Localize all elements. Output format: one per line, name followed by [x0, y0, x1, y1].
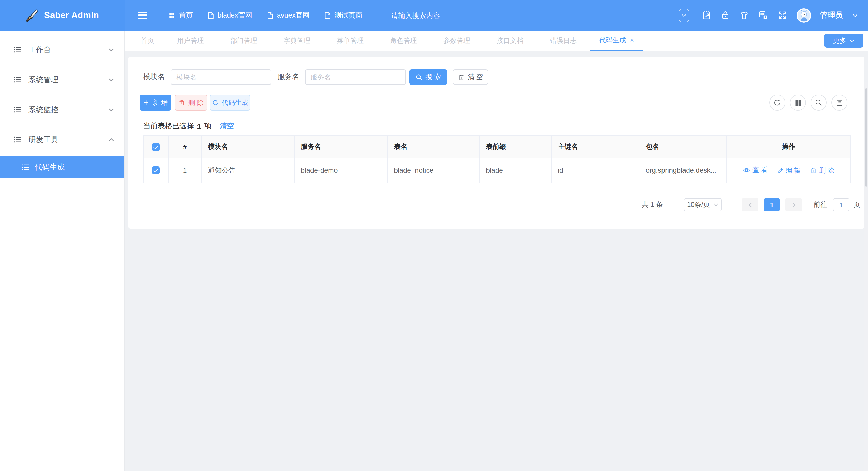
sidebar-item-dev-tools[interactable]: 研发工具	[0, 125, 124, 155]
grid-toolbar	[769, 95, 847, 111]
module-name-input[interactable]	[170, 69, 271, 85]
tab-param-management[interactable]: 参数管理	[430, 31, 484, 51]
tab-user-management[interactable]: 用户管理	[164, 31, 217, 51]
list-icon	[22, 163, 29, 171]
debug-tool-icon[interactable]	[701, 10, 711, 20]
document-list-icon	[836, 99, 843, 106]
filter-form: 模块名 服务名 搜 索 清 空	[143, 69, 851, 85]
service-name-input[interactable]	[305, 69, 406, 85]
topbar-actions: 中 A	[679, 8, 868, 23]
sidebar-item-workbench[interactable]: 工作台	[0, 35, 124, 65]
trash-icon	[458, 74, 465, 81]
row-checkbox[interactable]	[152, 167, 160, 175]
code-generate-button[interactable]: 代码生成	[210, 95, 250, 111]
grid-size-button[interactable]	[790, 95, 806, 111]
sidebar: 工作台 系统管理 系统监控	[0, 31, 125, 471]
scrollbar-thumb[interactable]	[865, 88, 867, 187]
cell-prefix: blade_	[479, 158, 551, 183]
selection-info: 当前表格已选择 1 项 清空	[143, 122, 864, 131]
module-name-label: 模块名	[143, 72, 165, 82]
delete-button[interactable]: 删 除	[175, 95, 207, 111]
list-icon	[13, 75, 22, 84]
language-translate-icon[interactable]: 中 A	[758, 10, 768, 20]
current-user[interactable]: 管理员	[820, 10, 843, 20]
cell-module: 通知公告	[202, 158, 294, 183]
cell-index: 1	[168, 158, 202, 183]
document-icon	[207, 12, 214, 19]
next-page-button[interactable]	[785, 198, 802, 212]
tab-home[interactable]: 首页	[131, 31, 164, 51]
page-number-1[interactable]: 1	[764, 198, 780, 212]
theme-tshirt-icon[interactable]	[739, 10, 749, 20]
close-icon[interactable]: ×	[630, 37, 634, 43]
sidebar-item-code-generation[interactable]: 代码生成	[0, 156, 124, 178]
search-button[interactable]: 搜 索	[409, 69, 447, 85]
fullscreen-icon[interactable]	[777, 10, 787, 20]
tab-api-docs[interactable]: 接口文档	[484, 31, 537, 51]
goto-page-input[interactable]	[833, 198, 849, 212]
tab-code-generation[interactable]: 代码生成 ×	[590, 31, 643, 51]
refresh-icon	[773, 99, 781, 106]
column-settings-button[interactable]	[831, 95, 847, 111]
scrollbar-track[interactable]	[864, 82, 868, 471]
topbar-link-home[interactable]: 首页	[168, 10, 193, 20]
prev-page-button[interactable]	[742, 198, 758, 212]
edit-link[interactable]: 编 辑	[777, 166, 801, 175]
column-header-service: 服务名	[294, 136, 388, 158]
topbar-link-bladex[interactable]: bladex官网	[207, 10, 252, 20]
column-header-module: 模块名	[202, 136, 294, 158]
cell-package: org.springblade.desk...	[639, 158, 726, 183]
tab-dept-management[interactable]: 部门管理	[217, 31, 270, 51]
chevron-down-icon	[108, 46, 115, 53]
clear-button[interactable]: 清 空	[453, 69, 488, 85]
tabbar: 首页 用户管理 部门管理 字典管理 菜单管理 角色管理 参数管理 接口文档 错误…	[125, 31, 868, 51]
cell-service: blade-demo	[294, 158, 388, 183]
list-icon	[13, 135, 22, 144]
top-menu-toggle-button[interactable]	[679, 8, 689, 22]
cell-pk: id	[551, 158, 639, 183]
user-avatar[interactable]	[797, 8, 811, 23]
workarea: 首页 用户管理 部门管理 字典管理 菜单管理 角色管理 参数管理 接口文档 错误…	[125, 31, 868, 471]
delete-link[interactable]: 删 除	[810, 166, 834, 175]
add-button[interactable]: 新 增	[140, 95, 171, 111]
column-header-pk: 主键名	[551, 136, 639, 158]
table-header-row: # 模块名 服务名 表名 表前缀 主键名 包名 操作	[144, 136, 851, 158]
page-size-select[interactable]: 10条/页	[684, 198, 722, 212]
column-search-button[interactable]	[811, 95, 827, 111]
clear-selection-link[interactable]: 清空	[220, 122, 234, 131]
app-title: Saber Admin	[44, 10, 99, 21]
column-header-package: 包名	[639, 136, 726, 158]
logo[interactable]: Saber Admin	[0, 0, 125, 31]
goto-label: 前往	[814, 200, 827, 210]
sidebar-item-system-monitor[interactable]: 系统监控	[0, 95, 124, 125]
user-menu-chevron-down-icon[interactable]	[852, 12, 858, 18]
service-name-label: 服务名	[278, 72, 299, 82]
search-icon	[815, 99, 823, 106]
trash-icon	[810, 167, 817, 174]
chevron-down-icon	[108, 76, 115, 83]
topbar-link-test-page[interactable]: 测试页面	[324, 10, 363, 20]
tab-dict-management[interactable]: 字典管理	[270, 31, 323, 51]
page-unit-label: 页	[854, 200, 860, 210]
lock-icon[interactable]	[720, 10, 730, 20]
more-tabs-button[interactable]: 更多	[824, 34, 863, 48]
cell-table-name: blade_notice	[388, 158, 479, 183]
eye-icon	[743, 166, 750, 174]
global-search-input[interactable]	[391, 12, 479, 20]
content-panel: 模块名 服务名 搜 索 清 空 新 增	[128, 57, 864, 228]
chevron-down-icon	[713, 202, 719, 207]
tab-error-log[interactable]: 错误日志	[537, 31, 590, 51]
refresh-button[interactable]	[769, 95, 785, 111]
chevron-down-icon	[849, 38, 855, 43]
topbar-link-avuex[interactable]: avuex官网	[267, 10, 310, 20]
menu-collapse-icon[interactable]	[138, 12, 147, 19]
pagination: 共 1 条 10条/页 1 前往 页	[128, 198, 860, 212]
table-row[interactable]: 1 通知公告 blade-demo blade_notice blade_ id…	[144, 158, 851, 183]
tab-role-management[interactable]: 角色管理	[377, 31, 430, 51]
view-link[interactable]: 查 看	[743, 165, 768, 175]
sword-logo-icon	[26, 8, 39, 22]
tab-menu-management[interactable]: 菜单管理	[323, 31, 377, 51]
document-icon	[324, 12, 331, 19]
select-all-checkbox[interactable]	[152, 143, 160, 151]
sidebar-item-system-management[interactable]: 系统管理	[0, 65, 124, 95]
